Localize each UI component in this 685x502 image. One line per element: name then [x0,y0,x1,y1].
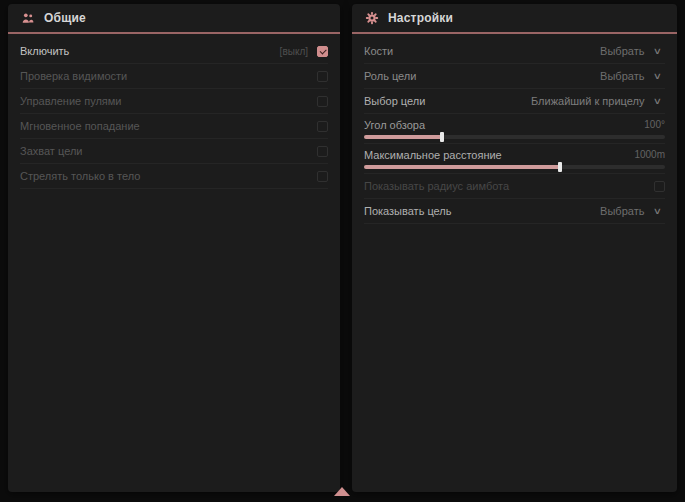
row-show-aimbot-radius[interactable]: Показывать радиус аимбота [364,174,665,199]
row-max-distance: Максимальное расстояние 1000m [364,144,665,174]
row-visibility-check[interactable]: Проверка видимости [20,64,328,89]
row-max-distance-label: Максимальное расстояние [364,149,502,161]
max-distance-slider[interactable] [364,165,665,169]
panel-general-header: Общие [8,4,340,34]
row-bones-dropdown[interactable]: Выбрать ∨ [596,42,665,60]
panel-settings-title: Настройки [388,11,453,25]
panel-general-body: Включить [выкл] Проверка видимости Управ… [8,34,340,189]
row-enable-keybind-tag: [выкл] [280,46,308,57]
row-show-aimbot-radius-checkbox[interactable] [654,181,665,192]
row-max-distance-value: 1000m [634,149,665,160]
row-bones-dropdown-value: Выбрать [600,45,644,57]
row-fov: Угол обзора 100° [364,114,665,144]
row-target-role-dropdown[interactable]: Выбрать ∨ [596,67,665,85]
panel-settings-header: Настройки [352,4,677,34]
row-enable[interactable]: Включить [выкл] [20,39,328,64]
row-visibility-check-checkbox[interactable] [317,71,328,82]
max-distance-slider-fill [364,165,560,169]
chevron-down-icon: ∨ [653,47,662,56]
row-instant-hit-checkbox[interactable] [317,121,328,132]
row-body-only-label: Стрелять только в тело [20,170,140,182]
panel-settings-body: Кости Выбрать ∨ Роль цели Выбрать ∨ Выбо… [352,34,677,224]
row-fov-value: 100° [644,119,665,130]
chevron-down-icon: ∨ [653,72,662,81]
row-visibility-check-label: Проверка видимости [20,70,127,82]
row-target-role: Роль цели Выбрать ∨ [364,64,665,89]
panel-general-title: Общие [44,11,86,25]
fov-slider[interactable] [364,135,665,139]
row-show-target-dropdown-value: Выбрать [600,205,644,217]
row-target-select-label: Выбор цели [364,95,425,107]
row-bones: Кости Выбрать ∨ [364,39,665,64]
row-bullet-control-checkbox[interactable] [317,96,328,107]
row-bullet-control-label: Управление пулями [20,95,122,107]
fov-slider-handle[interactable] [440,132,444,142]
cursor-icon [334,487,350,496]
row-show-target-label: Показывать цель [364,205,452,217]
row-bullet-control[interactable]: Управление пулями [20,89,328,114]
row-bones-label: Кости [364,45,393,57]
row-show-target: Показывать цель Выбрать ∨ [364,199,665,224]
row-target-select: Выбор цели Ближайший к прицелу ∨ [364,89,665,114]
row-instant-hit[interactable]: Мгновенное попадание [20,114,328,139]
row-enable-checkbox[interactable] [317,46,328,57]
row-target-role-dropdown-value: Выбрать [600,70,644,82]
row-instant-hit-label: Мгновенное попадание [20,120,140,132]
fov-slider-fill [364,135,442,139]
gear-icon [365,11,379,25]
users-icon [21,12,35,25]
row-fov-label: Угол обзора [364,119,425,131]
row-show-aimbot-radius-label: Показывать радиус аимбота [364,180,509,192]
row-body-only-checkbox[interactable] [317,171,328,182]
row-target-select-dropdown[interactable]: Ближайший к прицелу ∨ [527,92,665,110]
row-target-lock-label: Захват цели [20,145,82,157]
row-body-only[interactable]: Стрелять только в тело [20,164,328,189]
row-target-lock[interactable]: Захват цели [20,139,328,164]
row-target-select-dropdown-value: Ближайший к прицелу [531,95,644,107]
chevron-down-icon: ∨ [653,97,662,106]
panel-general: Общие Включить [выкл] Проверка видимости… [8,4,340,492]
max-distance-slider-handle[interactable] [558,162,562,172]
row-enable-label: Включить [20,45,69,57]
chevron-down-icon: ∨ [653,207,662,216]
row-target-role-label: Роль цели [364,70,416,82]
row-show-target-dropdown[interactable]: Выбрать ∨ [596,202,665,220]
panel-settings: Настройки Кости Выбрать ∨ Роль цели Выбр… [352,4,677,492]
row-target-lock-checkbox[interactable] [317,146,328,157]
